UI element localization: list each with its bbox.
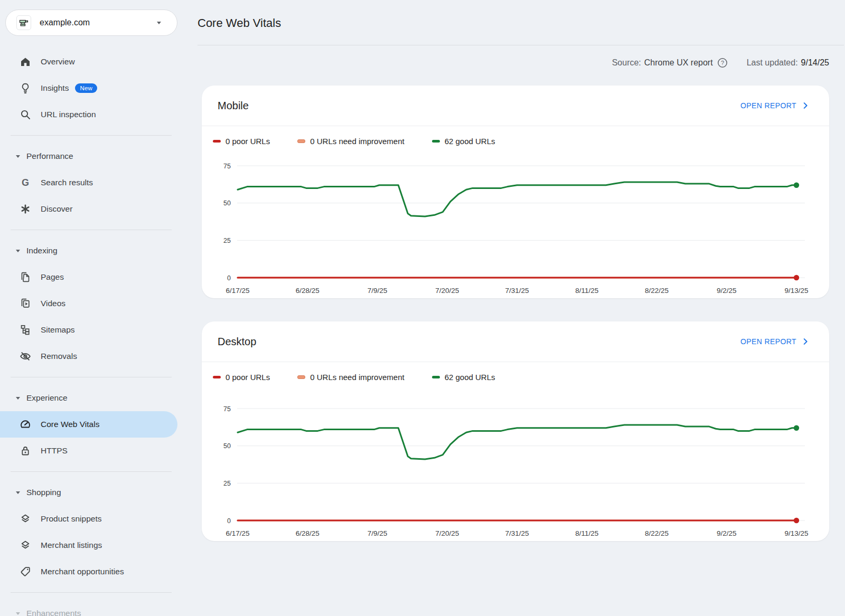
new-badge: New bbox=[75, 83, 97, 93]
legend-item-poor: 0 poor URLs bbox=[213, 373, 270, 382]
sidebar-item-label: Merchant opportunities bbox=[41, 567, 124, 576]
eye-off-icon bbox=[19, 350, 32, 363]
svg-text:75: 75 bbox=[223, 405, 231, 413]
svg-text:50: 50 bbox=[223, 442, 231, 450]
open-report-label: OPEN REPORT bbox=[740, 101, 796, 110]
svg-text:7/31/25: 7/31/25 bbox=[505, 529, 529, 537]
sidebar-section-enhancements[interactable]: Enhancements bbox=[0, 600, 198, 616]
sidebar-item-https[interactable]: HTTPS bbox=[0, 438, 177, 464]
updated-value: 9/14/25 bbox=[801, 57, 829, 69]
card-title: Mobile bbox=[218, 100, 249, 112]
header-divider bbox=[198, 45, 844, 45]
svg-text:25: 25 bbox=[223, 480, 231, 487]
open-report-label: OPEN REPORT bbox=[740, 337, 796, 346]
sidebar-section-experience[interactable]: Experience bbox=[0, 385, 198, 411]
speedometer-icon bbox=[19, 418, 32, 431]
search-icon bbox=[19, 108, 32, 121]
sidebar-item-sitemaps[interactable]: Sitemaps bbox=[0, 317, 177, 343]
mobile-card-header: Mobile OPEN REPORT bbox=[202, 86, 829, 126]
sidebar-nav: Overview Insights New URL inspection bbox=[0, 49, 198, 616]
discover-asterisk-icon bbox=[19, 203, 32, 215]
svg-text:7/20/25: 7/20/25 bbox=[435, 287, 459, 295]
svg-text:?: ? bbox=[721, 60, 724, 66]
sidebar-item-insights[interactable]: Insights New bbox=[0, 75, 177, 101]
help-icon[interactable]: ? bbox=[717, 58, 728, 68]
svg-text:7/31/25: 7/31/25 bbox=[505, 287, 529, 295]
legend-item-good: 62 good URLs bbox=[432, 137, 495, 146]
svg-text:0: 0 bbox=[227, 274, 231, 282]
sidebar-item-label: Search results bbox=[41, 178, 93, 187]
good-swatch bbox=[432, 376, 440, 378]
sidebar-item-merchant-opportunities[interactable]: Merchant opportunities bbox=[0, 558, 177, 585]
sidebar-divider bbox=[11, 471, 172, 472]
sidebar-section-performance[interactable]: Performance bbox=[0, 143, 198, 169]
last-updated: Last updated: 9/14/25 bbox=[747, 57, 829, 69]
svg-text:7/20/25: 7/20/25 bbox=[435, 529, 459, 537]
sidebar-divider bbox=[11, 592, 172, 593]
property-favicon-icon bbox=[16, 15, 31, 30]
sidebar-item-removals[interactable]: Removals bbox=[0, 343, 177, 369]
improve-swatch bbox=[297, 139, 305, 143]
sidebar-divider bbox=[11, 230, 172, 230]
sidebar-item-search-results[interactable]: G Search results bbox=[0, 169, 177, 196]
caret-down-icon bbox=[15, 248, 21, 254]
mobile-line-chart: 02550756/17/256/28/257/9/257/20/257/31/2… bbox=[214, 157, 816, 298]
open-report-button[interactable]: OPEN REPORT bbox=[740, 337, 810, 346]
sidebar-item-product-snippets[interactable]: Product snippets bbox=[0, 506, 177, 532]
svg-text:6/28/25: 6/28/25 bbox=[296, 287, 320, 295]
svg-text:9/2/25: 9/2/25 bbox=[717, 287, 737, 295]
svg-text:8/11/25: 8/11/25 bbox=[575, 287, 598, 295]
sidebar-item-overview[interactable]: Overview bbox=[0, 49, 177, 75]
svg-text:6/17/25: 6/17/25 bbox=[226, 287, 249, 295]
property-selector[interactable]: example.com bbox=[5, 10, 177, 36]
sidebar-item-label: Product snippets bbox=[41, 514, 101, 524]
sidebar-item-label: Core Web Vitals bbox=[41, 420, 99, 429]
legend-item-improve: 0 URLs need improvement bbox=[297, 137, 404, 146]
sidebar-item-videos[interactable]: Videos bbox=[0, 290, 177, 317]
sidebar-item-pages[interactable]: Pages bbox=[0, 264, 177, 290]
page-title: Core Web Vitals bbox=[198, 0, 829, 31]
sidebar: example.com Overview Insights New bbox=[0, 0, 198, 616]
good-swatch bbox=[432, 140, 440, 143]
videos-icon bbox=[19, 297, 32, 310]
svg-text:6/17/25: 6/17/25 bbox=[226, 529, 249, 537]
sidebar-item-core-web-vitals[interactable]: Core Web Vitals bbox=[0, 411, 177, 438]
lightbulb-icon bbox=[19, 82, 32, 94]
svg-text:9/13/25: 9/13/25 bbox=[784, 287, 808, 295]
sidebar-section-shopping[interactable]: Shopping bbox=[0, 479, 198, 506]
sidebar-item-url-inspection[interactable]: URL inspection bbox=[0, 101, 177, 128]
source-label: Source: bbox=[612, 57, 641, 69]
lock-icon bbox=[19, 444, 32, 457]
svg-text:75: 75 bbox=[223, 163, 231, 170]
sidebar-item-merchant-listings[interactable]: Merchant listings bbox=[0, 532, 177, 558]
pages-icon bbox=[19, 271, 32, 283]
sidebar-item-label: HTTPS bbox=[41, 446, 68, 456]
chart-legend: 0 poor URLs 0 URLs need improvement 62 g… bbox=[213, 372, 829, 382]
desktop-card-header: Desktop OPEN REPORT bbox=[202, 321, 829, 362]
sidebar-divider bbox=[11, 377, 172, 377]
sidebar-item-discover[interactable]: Discover bbox=[0, 196, 177, 222]
sidebar-item-label: Pages bbox=[41, 272, 64, 282]
sidebar-item-label: Insights bbox=[41, 83, 69, 93]
chevron-down-icon bbox=[156, 20, 162, 26]
svg-text:50: 50 bbox=[223, 200, 231, 207]
open-report-button[interactable]: OPEN REPORT bbox=[740, 101, 810, 110]
poor-swatch bbox=[213, 140, 221, 143]
svg-text:8/22/25: 8/22/25 bbox=[645, 529, 669, 537]
mobile-card: Mobile OPEN REPORT 0 poor URLs 0 URLs ne… bbox=[202, 86, 829, 298]
sidebar-item-label: Videos bbox=[41, 299, 65, 308]
sidebar-item-label: Removals bbox=[41, 352, 77, 361]
legend-item-improve: 0 URLs need improvement bbox=[297, 373, 404, 382]
source-value: Chrome UX report bbox=[644, 57, 713, 69]
sidebar-item-label: URL inspection bbox=[41, 110, 96, 119]
home-icon bbox=[19, 55, 32, 68]
poor-swatch bbox=[213, 376, 221, 378]
source-row: Source: Chrome UX report ? Last updated:… bbox=[198, 57, 829, 69]
main-content: Core Web Vitals Source: Chrome UX report… bbox=[198, 0, 845, 616]
sidebar-section-indexing[interactable]: Indexing bbox=[0, 238, 198, 264]
caret-down-icon bbox=[15, 395, 21, 401]
legend-item-good: 62 good URLs bbox=[432, 373, 495, 382]
card-title: Desktop bbox=[218, 336, 256, 348]
chevron-right-icon bbox=[801, 101, 810, 110]
sidebar-item-label: Discover bbox=[41, 204, 72, 214]
